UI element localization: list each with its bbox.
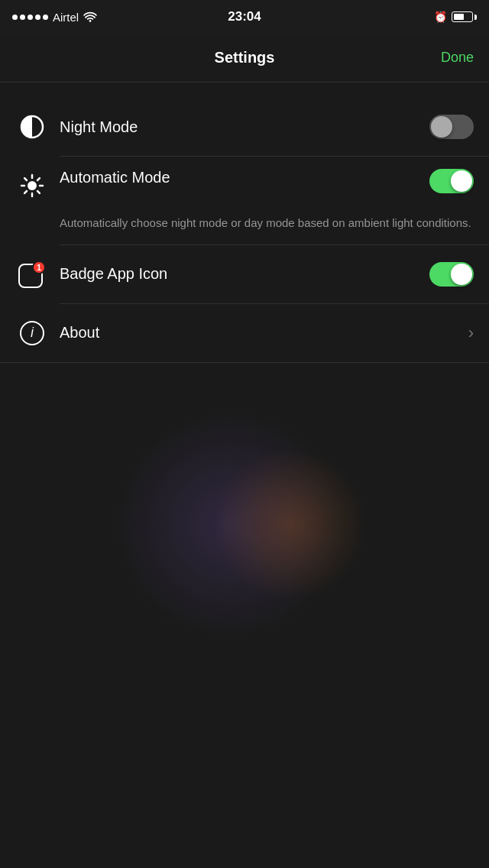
badge-app-icon-wrapper: 1 [15,257,49,291]
signal-dot-2 [20,15,25,20]
automatic-mode-toggle-thumb [451,170,472,192]
badge-app-icon-toggle-thumb [451,264,472,285]
svg-line-6 [24,178,27,180]
svg-line-8 [37,178,40,180]
carrier-name: Airtel [53,11,79,24]
automatic-mode-icon-wrapper [15,169,49,202]
settings-content: Night Mode Automatic Mode [0,83,489,378]
badge-dot: 1 [32,261,46,274]
battery-tip [474,15,477,20]
badge-app-icon-content: Badge App Icon [60,265,429,283]
nav-bar: Settings Done [0,34,489,83]
signal-dot-4 [35,15,40,20]
status-bar: Airtel 23:04 ⏰ [0,0,489,34]
badge-app-icon-label: Badge App Icon [60,265,167,282]
page-title: Settings [215,49,275,66]
signal-dot-3 [28,15,33,20]
night-mode-toggle[interactable] [429,115,474,139]
alarm-icon: ⏰ [434,11,447,23]
automatic-mode-description: Automatically choose night mode or day m… [0,215,489,245]
separator-4 [0,362,489,363]
badge-app-icon-row[interactable]: 1 Badge App Icon [0,245,489,303]
night-mode-row[interactable]: Night Mode [0,98,489,156]
signal-dots [12,15,48,20]
about-label: About [60,324,99,341]
about-content: About [60,324,462,342]
info-icon: i [20,321,44,345]
half-circle-icon [20,115,44,139]
svg-line-9 [24,191,27,193]
night-mode-toggle-thumb [431,116,452,138]
svg-line-7 [37,191,40,193]
badge-app-icon-toggle-control[interactable] [429,262,474,287]
automatic-mode-toggle[interactable] [429,169,474,193]
svg-point-1 [28,181,37,190]
battery-fill [454,14,464,20]
about-icon-wrapper: i [15,316,49,350]
night-mode-label: Night Mode [60,118,138,135]
done-button[interactable]: Done [441,50,474,66]
signal-dot-5 [43,15,48,20]
time-display: 23:04 [228,9,261,24]
status-right: ⏰ [434,11,477,23]
night-mode-toggle-control[interactable] [429,115,474,139]
about-chevron-control: › [462,323,474,343]
sun-icon [20,173,44,198]
about-chevron-icon: › [468,323,474,342]
battery [452,11,477,22]
status-left: Airtel [12,11,97,24]
automatic-mode-row[interactable]: Automatic Mode [0,157,489,210]
battery-body [452,11,473,22]
badge-app-icon-toggle[interactable] [429,262,474,287]
wifi-icon [83,11,97,22]
about-row[interactable]: i About › [0,304,489,362]
badge-icon: 1 [18,261,46,288]
night-mode-content: Night Mode [60,118,429,136]
automatic-mode-content: Automatic Mode [60,169,429,186]
night-mode-icon-wrapper [15,110,49,144]
automatic-mode-toggle-control[interactable] [429,169,474,193]
signal-dot-1 [12,15,18,20]
automatic-mode-label: Automatic Mode [60,169,170,186]
